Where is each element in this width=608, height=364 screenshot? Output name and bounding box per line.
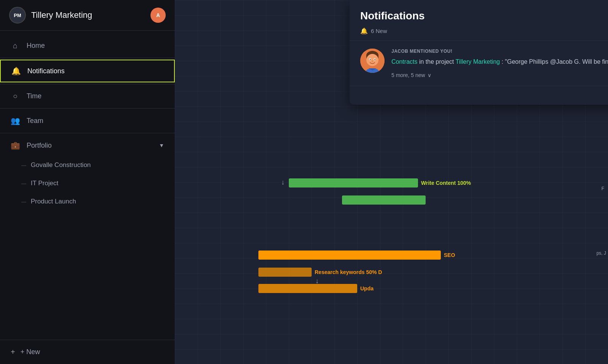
- sidebar-label-team: Team: [27, 117, 43, 125]
- jacob-avatar: [360, 49, 385, 73]
- sidebar-label-home: Home: [27, 42, 45, 50]
- nav-divider-3: [0, 108, 175, 109]
- notification-top-row: JACOB MENTIONED YOU! 3h: [391, 49, 608, 57]
- right-edge-letter: F: [602, 186, 604, 191]
- gantt-label-research: Research keywords 50% D: [315, 269, 382, 275]
- new-label: + New: [21, 348, 40, 356]
- notification-content: JACOB MENTIONED YOU! 3h Contracts in the…: [391, 49, 608, 78]
- sidebar-item-portfolio[interactable]: 💼 Portfolio ▼: [0, 135, 175, 156]
- svg-point-10: [374, 59, 375, 60]
- new-button[interactable]: + + New: [0, 340, 175, 364]
- notification-count: 🔔 6 New: [360, 27, 387, 35]
- bell-icon: 🔔: [360, 27, 368, 35]
- app-title: Tillery Marketing: [31, 10, 92, 20]
- notification-message: Contracts in the project Tillery Marketi…: [391, 57, 608, 67]
- gantt-row-research: Research keywords 50% D: [258, 268, 382, 277]
- sidebar: PM Tillery Marketing A ⌂ Home 🔔 Notifica…: [0, 0, 175, 364]
- svg-point-6: [366, 54, 378, 66]
- portfolio-sub-item-product[interactable]: Product Launch: [0, 192, 175, 211]
- pm-logo: PM: [9, 7, 26, 24]
- gantt-label-update: Upda: [360, 285, 374, 292]
- notifications-title-row: Notifications: [360, 9, 608, 23]
- user-avatar[interactable]: A: [150, 8, 166, 23]
- gantt-row-seo: SEO: [258, 251, 455, 260]
- chevron-down-icon: ∨: [428, 72, 431, 78]
- sidebar-nav: ⌂ Home 🔔 Notifications ○ Time 👥 Team 💼 P…: [0, 31, 175, 340]
- show-more-button[interactable]: 5 more, 5 new ∨: [391, 72, 608, 78]
- portfolio-submenu: Govalle Construction IT Project Product …: [0, 156, 175, 211]
- portfolio-sub-item-it[interactable]: IT Project: [0, 174, 175, 192]
- sidebar-label-time: Time: [27, 92, 41, 100]
- nav-divider-1: [0, 58, 175, 58]
- portfolio-sub-item-govalle[interactable]: Govalle Construction: [0, 156, 175, 174]
- team-icon: 👥: [11, 116, 20, 125]
- project-link[interactable]: Tillery Marketing: [456, 58, 500, 65]
- notification-footer: Clear all notifications: [350, 86, 608, 105]
- gantt-row-continuation: [342, 195, 426, 205]
- svg-point-9: [370, 59, 370, 60]
- message-body: : "George Phillips @Jacob G. Will be fin…: [502, 58, 608, 65]
- nav-divider-4: [0, 133, 175, 133]
- task-link[interactable]: Contracts: [391, 58, 417, 65]
- sidebar-header: PM Tillery Marketing A: [0, 0, 175, 31]
- gantt-label-write-content: Write Content 100%: [421, 180, 471, 186]
- home-icon: ⌂: [11, 41, 20, 50]
- portfolio-chevron-icon: ▼: [159, 142, 164, 148]
- right-edge-text2: ps, J: [597, 251, 606, 256]
- more-label: 5 more, 5 new: [391, 72, 425, 78]
- notifications-panel: Notifications 🔔 6 New ✓ Mark all as read: [350, 0, 608, 105]
- notifications-icon: 🔔: [11, 66, 21, 76]
- govalle-label: Govalle Construction: [31, 161, 91, 169]
- gantt-bar-write-content: [289, 178, 418, 188]
- notification-avatar: [360, 49, 385, 73]
- time-icon: ○: [11, 92, 20, 101]
- main-content: Write Content 100% ↓ SEO Research keywor…: [175, 0, 608, 364]
- sidebar-label-portfolio: Portfolio: [27, 142, 52, 150]
- count-text: 6 New: [371, 28, 387, 34]
- sidebar-label-notifications: Notifications: [27, 67, 65, 75]
- gantt-row-update: Upda: [258, 284, 374, 293]
- svg-point-11: [372, 61, 373, 62]
- nav-divider-2: [0, 84, 175, 84]
- notifications-subheader: 🔔 6 New ✓ Mark all as read: [360, 27, 608, 35]
- notification-author: JACOB MENTIONED YOU!: [391, 49, 452, 54]
- notifications-header: Notifications 🔔 6 New ✓ Mark all as read: [350, 0, 608, 41]
- gantt-bar-seo: [258, 251, 441, 260]
- gantt-bar-continuation: [342, 195, 426, 205]
- sidebar-item-home[interactable]: ⌂ Home: [0, 35, 175, 56]
- gantt-bar-research: [258, 268, 312, 277]
- message-prefix: in the project: [419, 58, 456, 65]
- portfolio-icon: 💼: [11, 141, 20, 150]
- gantt-label-seo: SEO: [444, 252, 455, 258]
- notifications-title: Notifications: [360, 10, 425, 22]
- sidebar-item-time[interactable]: ○ Time: [0, 86, 175, 107]
- sidebar-item-notifications[interactable]: 🔔 Notifications: [0, 60, 175, 82]
- sidebar-item-team[interactable]: 👥 Team: [0, 110, 175, 131]
- new-icon: +: [11, 348, 15, 356]
- gantt-bar-update: [258, 284, 357, 293]
- gantt-row-write-content: Write Content 100%: [289, 178, 471, 188]
- product-label: Product Launch: [31, 198, 76, 205]
- gantt-arrow: ↓: [281, 178, 285, 186]
- it-label: IT Project: [31, 180, 58, 187]
- notification-item: JACOB MENTIONED YOU! 3h Contracts in the…: [350, 41, 608, 86]
